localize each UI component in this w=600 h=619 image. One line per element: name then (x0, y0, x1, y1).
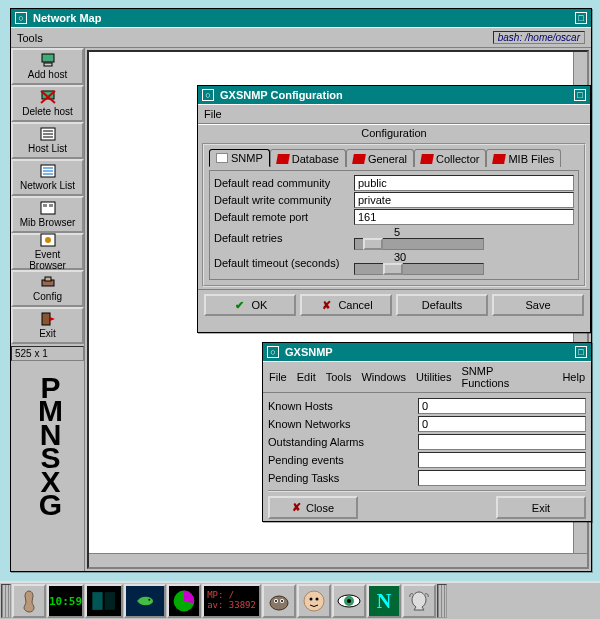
mib-browser-button[interactable]: Mib Browser (11, 196, 84, 233)
maximize-icon[interactable]: □ (575, 346, 587, 358)
svg-marker-21 (50, 317, 55, 321)
svg-rect-13 (41, 202, 55, 214)
config-tab-container: SNMP Database General Collector MIB File… (202, 143, 586, 287)
write-community-input[interactable] (354, 192, 574, 208)
network-map-titlebar[interactable]: ○ Network Map □ (11, 9, 591, 27)
defaults-button[interactable]: Defaults (396, 294, 488, 316)
add-host-button[interactable]: Add host (11, 48, 84, 85)
known-hosts-field[interactable] (418, 398, 586, 414)
exit-icon (39, 311, 57, 327)
slider-thumb[interactable] (383, 263, 403, 275)
tab-snmp[interactable]: SNMP (209, 149, 270, 167)
pending-tasks-field[interactable] (418, 470, 586, 486)
book-icon (352, 154, 366, 164)
eye-applet[interactable] (332, 584, 366, 618)
cancel-button[interactable]: ✘Cancel (300, 294, 392, 316)
config-icon (39, 274, 57, 290)
ok-button[interactable]: ✔OK (204, 294, 296, 316)
host-list-button[interactable]: Host List (11, 122, 84, 159)
fish-applet[interactable] (124, 584, 166, 618)
tab-database[interactable]: Database (270, 149, 346, 167)
close-button[interactable]: ✘Close (268, 496, 358, 519)
menu-snmp-functions[interactable]: SNMP Functions (461, 365, 542, 389)
svg-point-34 (309, 598, 312, 601)
taskbar: 10:59 MP: / av: 33892 N (0, 581, 600, 619)
gxsnmp-logo: GXSNMP (14, 376, 84, 516)
load-applet[interactable]: MP: / av: 33892 (202, 584, 261, 618)
tool-label: Delete host (22, 106, 73, 117)
check-icon: ✔ (233, 299, 247, 311)
menu-tools[interactable]: Tools (17, 32, 43, 44)
x-icon: ✘ (319, 299, 333, 311)
pending-events-field[interactable] (418, 452, 586, 468)
exit-button[interactable]: Exit (11, 307, 84, 344)
panel-handle[interactable] (1, 584, 11, 618)
maximize-icon[interactable]: □ (574, 89, 586, 101)
netscape-button[interactable]: N (367, 584, 401, 618)
retries-slider[interactable] (354, 238, 484, 250)
svg-rect-0 (42, 54, 54, 62)
menu-tools[interactable]: Tools (326, 371, 352, 383)
svg-point-28 (270, 596, 288, 610)
network-list-button[interactable]: Network List (11, 159, 84, 196)
panel-handle[interactable] (437, 584, 447, 618)
outstanding-alarms-field[interactable] (418, 434, 586, 450)
disk-usage-applet[interactable] (167, 584, 201, 618)
gxsnmp-body: Known Hosts Known Networks Outstanding A… (263, 393, 591, 522)
tab-mib-files[interactable]: MIB Files (486, 149, 561, 167)
network-map-menubar: Tools bash: /home/oscar (11, 27, 591, 48)
menu-file[interactable]: File (269, 371, 287, 383)
menu-edit[interactable]: Edit (297, 371, 316, 383)
read-community-input[interactable] (354, 175, 574, 191)
pending-tasks-label: Pending Tasks (268, 472, 418, 484)
host-delete-icon (39, 89, 57, 105)
maximize-icon[interactable]: □ (575, 12, 587, 24)
gxsnmp-window: ○ GXSNMP □ File Edit Tools Windows Utili… (262, 342, 592, 522)
event-browser-icon (39, 232, 57, 248)
known-hosts-label: Known Hosts (268, 400, 418, 412)
svg-text:N: N (377, 590, 392, 612)
remote-port-input[interactable] (354, 209, 574, 225)
gnome-foot-button[interactable] (12, 584, 46, 618)
window-menu-icon[interactable]: ○ (202, 89, 214, 101)
timeout-slider[interactable] (354, 263, 484, 275)
menu-help[interactable]: Help (562, 371, 585, 383)
config-button[interactable]: Config (11, 270, 84, 307)
window-menu-icon[interactable]: ○ (267, 346, 279, 358)
menu-file[interactable]: File (204, 108, 222, 120)
tab-general[interactable]: General (346, 149, 414, 167)
config-menubar: File (198, 104, 590, 124)
known-networks-field[interactable] (418, 416, 586, 432)
outstanding-alarms-label: Outstanding Alarms (268, 436, 418, 448)
tool-label: Add host (28, 69, 67, 80)
mib-browser-icon (39, 200, 57, 216)
clock-applet[interactable]: 10:59 (47, 584, 84, 618)
window-menu-icon[interactable]: ○ (15, 12, 27, 24)
save-button[interactable]: Save (492, 294, 584, 316)
host-list-icon (39, 126, 57, 142)
svg-rect-1 (44, 63, 52, 66)
menu-utilities[interactable]: Utilities (416, 371, 451, 383)
delete-host-button[interactable]: Delete host (11, 85, 84, 122)
menu-windows[interactable]: Windows (361, 371, 406, 383)
timeout-label: Default timeout (seconds) (214, 257, 354, 269)
exit-button[interactable]: Exit (496, 496, 586, 519)
network-list-icon (39, 163, 57, 179)
network-map-title: Network Map (33, 12, 101, 24)
gimp-button[interactable] (262, 584, 296, 618)
svg-point-35 (315, 598, 318, 601)
config-titlebar[interactable]: ○ GXSNMP Configuration □ (198, 86, 590, 104)
tab-panel-snmp: Default read community Default write com… (209, 170, 579, 280)
gnu-button[interactable] (402, 584, 436, 618)
gxsnmp-titlebar[interactable]: ○ GXSNMP □ (263, 343, 591, 361)
known-networks-label: Known Networks (268, 418, 418, 430)
control-center-button[interactable] (297, 584, 331, 618)
config-title: GXSNMP Configuration (220, 89, 343, 101)
svg-rect-23 (105, 592, 115, 610)
pager-applet[interactable] (85, 584, 123, 618)
slider-thumb[interactable] (363, 238, 383, 250)
tab-collector[interactable]: Collector (414, 149, 486, 167)
event-browser-button[interactable]: Event Browser (11, 233, 84, 270)
svg-point-17 (45, 237, 51, 243)
horizontal-scrollbar[interactable] (89, 553, 587, 567)
